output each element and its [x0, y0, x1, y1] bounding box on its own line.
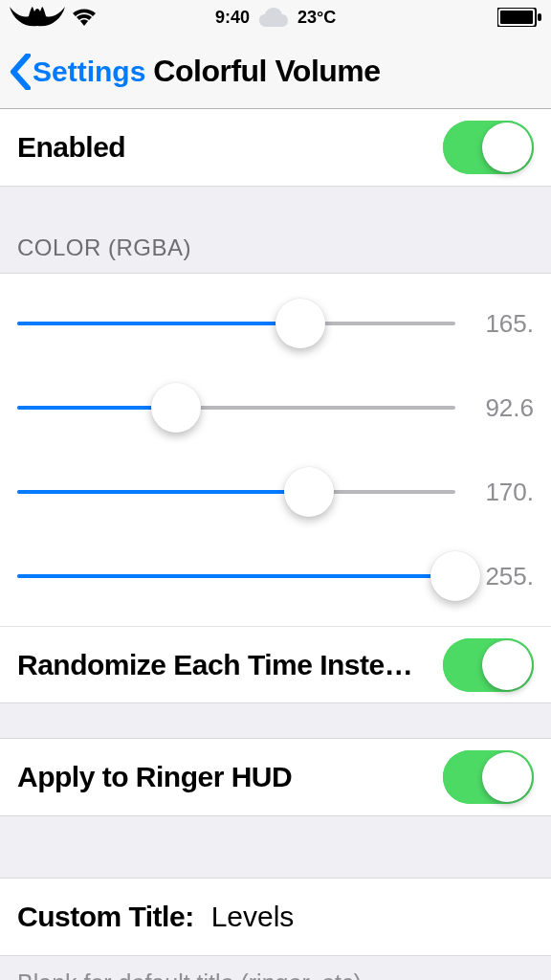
enabled-label: Enabled	[17, 131, 125, 164]
svg-rect-1	[500, 11, 533, 24]
custom-title-group: Custom Title: Levels	[0, 878, 551, 956]
slider-a[interactable]	[17, 555, 455, 597]
slider-b[interactable]	[17, 471, 455, 513]
slider-r[interactable]	[17, 302, 455, 345]
slider-b-fill	[17, 490, 309, 494]
ringer-row: Apply to Ringer HUD	[0, 739, 551, 815]
ringer-toggle[interactable]	[443, 750, 534, 804]
enabled-toggle[interactable]	[443, 121, 534, 174]
nav-bar: Settings Colorful Volume	[0, 34, 551, 109]
status-bar: 9:40 23°C	[0, 0, 551, 34]
custom-title-row[interactable]: Custom Title: Levels	[0, 879, 551, 955]
randomize-toggle[interactable]	[443, 638, 534, 692]
slider-g[interactable]	[17, 387, 455, 429]
wifi-icon	[73, 9, 96, 26]
custom-title-value: Levels	[211, 901, 295, 933]
slider-b-value: 170.	[473, 478, 534, 507]
slider-a-fill	[17, 574, 455, 578]
slider-r-thumb[interactable]	[276, 299, 325, 348]
color-section-header: COLOR (RGBA)	[0, 187, 551, 273]
slider-row-b: 170.	[0, 450, 551, 534]
slider-row-a: 255.	[0, 534, 551, 618]
color-group: 165. 92.6 170. 255.	[0, 273, 551, 703]
randomize-row: Randomize Each Time Inste…	[0, 626, 551, 702]
slider-a-thumb[interactable]	[430, 551, 480, 601]
ringer-label: Apply to Ringer HUD	[17, 761, 292, 793]
back-label: Settings	[33, 56, 145, 88]
slider-g-value: 92.6	[473, 393, 534, 423]
back-button[interactable]: Settings	[10, 54, 145, 90]
slider-a-value: 255.	[473, 562, 534, 591]
ringer-group: Apply to Ringer HUD	[0, 738, 551, 816]
custom-title-footer: Blank for default title (ringer, etc).	[0, 956, 551, 980]
battery-icon	[497, 8, 541, 27]
slider-row-g: 92.6	[0, 366, 551, 450]
batman-icon	[10, 7, 65, 28]
slider-r-fill	[17, 322, 300, 325]
slider-g-thumb[interactable]	[151, 383, 201, 433]
slider-row-r: 165.	[0, 281, 551, 366]
page-title: Colorful Volume	[153, 54, 380, 89]
custom-title-label: Custom Title:	[17, 901, 194, 933]
randomize-label: Randomize Each Time Inste…	[17, 649, 412, 681]
slider-b-thumb[interactable]	[284, 467, 334, 517]
enabled-row: Enabled	[0, 109, 551, 186]
slider-r-value: 165.	[473, 309, 534, 339]
status-time: 9:40	[215, 8, 250, 28]
chevron-left-icon	[10, 54, 31, 90]
status-temp: 23°C	[298, 8, 336, 28]
enabled-group: Enabled	[0, 109, 551, 187]
svg-rect-2	[538, 13, 541, 21]
cloud-icon	[259, 8, 288, 27]
